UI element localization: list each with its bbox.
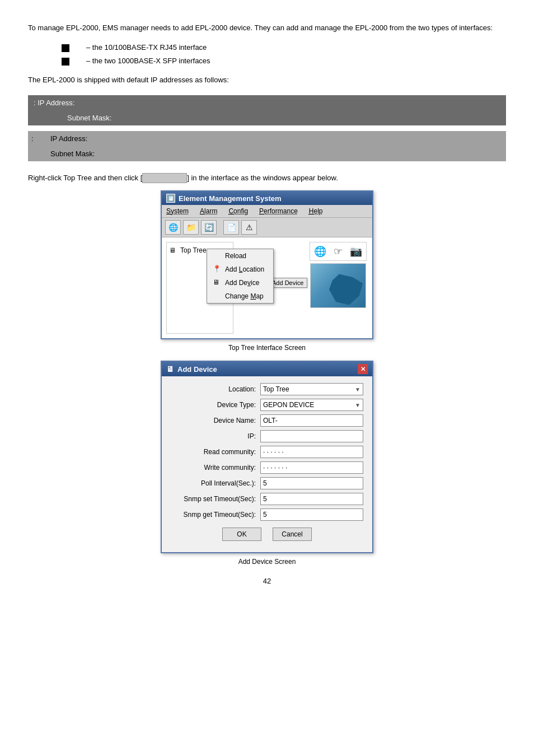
label-poll-interval: Poll Interval(Sec.): — [171, 479, 260, 487]
label-read-community: Read community: — [171, 448, 260, 456]
form-row-location: Location: Top Tree ▼ — [171, 383, 363, 395]
ctx-add-device-label: Add Device — [225, 279, 259, 287]
ems-toolbar: 🌐 📁 🔄 📄 ⚠ — [162, 218, 372, 237]
ip-table1-label2: Subnet Mask: — [28, 110, 506, 125]
dialog-close-button[interactable]: ✕ — [358, 364, 368, 374]
page-number: 42 — [28, 577, 506, 585]
add-device-icon: 🖥 — [213, 278, 222, 287]
shipped-paragraph: The EPL-2000 is shipped with default IP … — [28, 74, 506, 86]
intro-paragraph1: To manage EPL-2000, EMS manager needs to… — [28, 22, 506, 34]
ctx-add-device[interactable]: 🖥 Add Device — [207, 276, 273, 290]
add-location-icon: 📍 — [213, 265, 222, 274]
input-poll-interval[interactable]: 5 — [260, 477, 363, 489]
toolbar-separator — [219, 220, 221, 235]
toolbar-globe-btn[interactable]: 🌐 — [165, 220, 181, 235]
ems-caption: Top Tree Interface Screen — [28, 344, 506, 352]
ip-table2-row2: Subnet Mask: — [28, 146, 506, 161]
right-click-instruction: Right-click Top Tree and then click [] i… — [28, 172, 506, 184]
tree-node-icon: 🖥 — [169, 246, 178, 255]
menu-alarm[interactable]: Alarm — [198, 206, 219, 216]
panel-icon-camera[interactable]: 📷 — [348, 245, 364, 258]
ems-content: 🖥 Top Tree Reload 📍 Add Location 🖥 Add D… — [162, 237, 372, 338]
ip-table-2: : IP Address: Subnet Mask: — [28, 131, 506, 161]
ctx-add-location-label: Add Location — [225, 265, 264, 273]
bullet-icon-2 — [62, 58, 69, 66]
input-device-type[interactable]: GEPON DEVICE ▼ — [260, 399, 363, 411]
label-write-community: Write community: — [171, 464, 260, 472]
ok-button[interactable]: OK — [222, 528, 261, 541]
ip-table2-value2 — [123, 146, 506, 161]
form-row-snmp-get: Snmp get Timeout(Sec): 5 — [171, 508, 363, 521]
input-snmp-get[interactable]: 5 — [260, 508, 363, 521]
toolbar-alert-btn[interactable]: ⚠ — [241, 220, 257, 235]
input-write-community-value: · · · · · · · — [263, 464, 287, 472]
ctx-reload[interactable]: Reload — [207, 249, 273, 263]
dialog-caption: Add Device Screen — [28, 558, 506, 566]
input-device-type-value: GEPON DEVICE — [263, 401, 314, 409]
ems-window: 🖥 Element Management System System Alarm… — [161, 190, 373, 339]
ip-table1-label1: : IP Address: — [28, 95, 506, 110]
map-shape — [329, 274, 363, 305]
dropdown-arrow-device-type: ▼ — [355, 402, 360, 408]
ip-table2-colon: : — [28, 131, 45, 146]
ctx-change-map[interactable]: Change Map — [207, 290, 273, 303]
add-device-floating-tag: Add Device — [268, 278, 307, 288]
menu-help[interactable]: Help — [307, 206, 325, 216]
dialog-buttons: OK Cancel — [171, 528, 363, 545]
panel-icon-hand[interactable]: ☞ — [330, 245, 346, 258]
add-device-dialog: 🖥 Add Device ✕ Location: Top Tree ▼ Devi… — [161, 361, 373, 553]
input-read-community[interactable]: · · · · · · — [260, 446, 363, 458]
dialog-titlebar: 🖥 Add Device ✕ — [162, 362, 372, 376]
input-snmp-set-value: 5 — [263, 495, 267, 503]
dropdown-arrow-location: ▼ — [355, 386, 360, 393]
ip-table-1: : IP Address: Subnet Mask: — [28, 95, 506, 125]
form-row-snmp-set: Snmp set Timeout(Sec): 5 — [171, 493, 363, 505]
input-snmp-get-value: 5 — [263, 511, 267, 519]
menu-system[interactable]: System — [164, 206, 191, 216]
ems-menubar: System Alarm Config Performance Help — [162, 205, 372, 218]
ems-right-panel: 🌐 ☞ 📷 — [310, 242, 367, 308]
context-menu: Reload 📍 Add Location 🖥 Add Device Chang… — [207, 249, 274, 304]
input-read-community-value: · · · · · · — [263, 448, 284, 456]
toolbar-refresh-btn[interactable]: 🔄 — [201, 220, 217, 235]
panel-icon-network[interactable]: 🌐 — [312, 245, 328, 258]
dialog-title-left: 🖥 Add Device — [166, 365, 217, 374]
input-device-name[interactable]: OLT- — [260, 414, 363, 427]
form-row-device-type: Device Type: GEPON DEVICE ▼ — [171, 399, 363, 411]
ems-title-text: Element Management System — [179, 194, 282, 203]
input-write-community[interactable]: · · · · · · · — [260, 461, 363, 474]
ctx-add-location[interactable]: 📍 Add Location — [207, 263, 273, 276]
ip-table1-row2: Subnet Mask: — [28, 110, 506, 125]
change-map-icon — [213, 292, 222, 301]
input-device-name-value: OLT- — [263, 417, 278, 424]
form-row-ip: IP: — [171, 430, 363, 442]
bullet-item-2: – the two 1000BASE-X SFP interfaces — [62, 57, 506, 66]
bullet-text-1: – the 10/100BASE-TX RJ45 interface — [86, 43, 207, 52]
label-device-name: Device Name: — [171, 417, 260, 424]
bullet-icon-1 — [62, 44, 69, 52]
input-ip[interactable] — [260, 430, 363, 442]
dialog-title-text: Add Device — [177, 365, 217, 374]
ip-table1-row1: : IP Address: — [28, 95, 506, 110]
label-device-type: Device Type: — [171, 401, 260, 409]
ip-table2-value1 — [123, 131, 506, 146]
toolbar-document-btn[interactable]: 📄 — [223, 220, 239, 235]
input-snmp-set[interactable]: 5 — [260, 493, 363, 505]
ctx-change-map-label: Change Map — [225, 292, 264, 300]
menu-performance[interactable]: Performance — [257, 206, 300, 216]
toolbar-folder-btn[interactable]: 📁 — [183, 220, 199, 235]
form-row-write-community: Write community: · · · · · · · — [171, 461, 363, 474]
cancel-button[interactable]: Cancel — [273, 528, 312, 541]
label-location: Location: — [171, 385, 260, 393]
menu-config[interactable]: Config — [226, 206, 250, 216]
input-poll-interval-value: 5 — [263, 479, 267, 487]
input-location[interactable]: Top Tree ▼ — [260, 383, 363, 395]
ctx-reload-label: Reload — [225, 252, 246, 260]
form-row-read-community: Read community: · · · · · · — [171, 446, 363, 458]
form-row-device-name: Device Name: OLT- — [171, 414, 363, 427]
map-visualization — [310, 263, 366, 308]
label-snmp-set: Snmp set Timeout(Sec): — [171, 495, 260, 503]
ip-table2-row1: : IP Address: — [28, 131, 506, 146]
dialog-body: Location: Top Tree ▼ Device Type: GEPON … — [162, 376, 372, 552]
bullet-item-1: – the 10/100BASE-TX RJ45 interface — [62, 43, 506, 52]
